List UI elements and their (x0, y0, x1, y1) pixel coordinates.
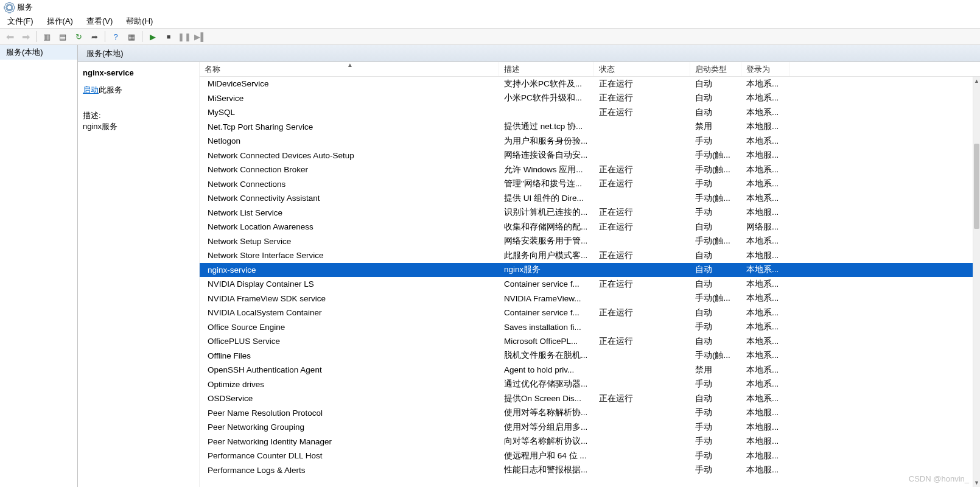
nav-forward-button[interactable]: ➡ (18, 30, 33, 43)
export-list-button[interactable]: ➦ (87, 30, 102, 43)
service-desc: Saves installation fi... (499, 323, 594, 332)
service-status: 正在运行 (594, 279, 690, 290)
service-name: Peer Networking Grouping (208, 422, 304, 432)
column-header-desc[interactable]: 描述 (499, 62, 594, 76)
table-row[interactable]: Network Connectivity Assistant提供 UI 组件的 … (200, 191, 980, 206)
service-name: Network Location Awareness (208, 222, 313, 231)
column-header-status[interactable]: 状态 (594, 62, 690, 76)
service-name: Network List Service (208, 208, 282, 217)
table-row[interactable]: Office Source EngineSaves installation f… (200, 320, 980, 335)
table-row[interactable]: Network Store Interface Service此服务向用户模式客… (200, 248, 980, 263)
service-startup: 手动(触... (690, 193, 741, 204)
menu-view[interactable]: 查看(V) (84, 15, 115, 28)
tree-root-services-local[interactable]: 服务(本地) (0, 45, 77, 60)
table-row[interactable]: Netlogon为用户和服务身份验...手动本地系... (200, 134, 980, 149)
service-name: Network Store Interface Service (208, 251, 324, 260)
scroll-down-icon[interactable]: ▼ (973, 478, 980, 487)
table-row[interactable]: Net.Tcp Port Sharing Service提供通过 net.tcp… (200, 120, 980, 135)
column-header-startup[interactable]: 启动类型 (690, 62, 741, 76)
service-logon: 本地系... (741, 279, 790, 290)
service-desc: nginx服务 (499, 264, 594, 275)
table-row[interactable]: Peer Networking Identity Manager向对等名称解析协… (200, 435, 980, 449)
service-desc: Microsoft OfficePL... (499, 337, 594, 346)
service-startup: 手动(触... (690, 350, 741, 361)
help-icon: ? (113, 32, 117, 41)
table-row[interactable]: Network Location Awareness收集和存储网络的配...正在… (200, 220, 980, 234)
nav-back-button[interactable]: ⬅ (2, 30, 17, 43)
table-row[interactable]: OSDService提供On Screen Dis...正在运行自动本地系... (200, 391, 980, 406)
service-startup: 自动 (690, 93, 741, 103)
service-desc: 使远程用户和 64 位 ... (499, 450, 594, 461)
service-desc: 使用对等分组启用多... (499, 422, 594, 433)
menu-file[interactable]: 文件(F) (5, 15, 36, 28)
table-row[interactable]: nginx-servicenginx服务自动本地系... (200, 263, 980, 278)
table-row[interactable]: MiService小米PC软件升级和...正在运行自动本地系... (200, 91, 980, 106)
service-name: OpenSSH Authentication Agent (208, 365, 322, 374)
service-desc: 为用户和服务身份验... (499, 136, 594, 147)
pause-service-button[interactable]: ❚❚ (177, 30, 192, 43)
service-status: 正在运行 (594, 393, 690, 404)
service-name: NVIDIA Display Container LS (208, 279, 314, 289)
scroll-up-icon[interactable]: ▲ (973, 77, 980, 85)
table-row[interactable]: Performance Counter DLL Host使远程用户和 64 位 … (200, 449, 980, 463)
service-name: Offline Files (208, 351, 251, 360)
sheet-button[interactable]: ▦ (124, 30, 139, 43)
table-row[interactable]: Network Connection Broker允许 Windows 应用..… (200, 163, 980, 177)
service-startup: 手动 (690, 436, 741, 447)
table-row[interactable]: NVIDIA FrameView SDK serviceNVIDIA Frame… (200, 292, 980, 306)
service-startup: 手动 (690, 464, 741, 475)
table-row[interactable]: Network Setup Service网络安装服务用于管...手动(触...… (200, 234, 980, 249)
restart-service-button[interactable]: ▶▌ (193, 30, 208, 43)
table-row[interactable]: NVIDIA LocalSystem ContainerContainer se… (200, 306, 980, 320)
table-row[interactable]: Peer Networking Grouping使用对等分组启用多...手动本地… (200, 420, 980, 435)
refresh-button[interactable]: ↻ (71, 30, 86, 43)
table-row[interactable]: Performance Logs & Alerts性能日志和警报根据...手动本… (200, 463, 980, 478)
table-row[interactable]: Optimize drives通过优化存储驱动器...手动本地系... (200, 377, 980, 392)
service-startup: 自动 (690, 393, 741, 404)
service-logon: 本地系... (741, 307, 790, 318)
service-logon: 本地服... (741, 407, 790, 418)
table-row[interactable]: MiDeviceService支持小米PC软件及...正在运行自动本地系... (200, 77, 980, 91)
service-desc: 提供 UI 组件的 Dire... (499, 193, 594, 204)
restart-icon: ▶▌ (194, 32, 206, 41)
description-label: 描述: (83, 110, 193, 121)
table-row[interactable]: Offline Files脱机文件服务在脱机...手动(触...本地系... (200, 349, 980, 363)
start-service-link[interactable]: 启动 (83, 85, 99, 94)
service-desc: 性能日志和警报根据... (499, 464, 594, 475)
stop-service-button[interactable]: ■ (161, 30, 176, 43)
properties-button[interactable]: ▤ (55, 30, 70, 43)
toolbar-separator (142, 31, 142, 42)
start-service-button[interactable]: ▶ (145, 30, 160, 43)
service-logon: 本地系... (741, 379, 790, 390)
show-hide-tree-button[interactable]: ▥ (40, 30, 54, 43)
stop-icon: ■ (167, 33, 171, 40)
service-status: 正在运行 (594, 164, 690, 175)
table-row[interactable]: MySQL正在运行自动本地系... (200, 105, 980, 120)
tree-pane: 服务(本地) (0, 45, 78, 487)
table-row[interactable]: OfficePLUS ServiceMicrosoft OfficePL...正… (200, 334, 980, 349)
service-name: OSDService (208, 394, 253, 403)
service-name: Performance Counter DLL Host (208, 451, 323, 460)
table-row[interactable]: NVIDIA Display Container LSContainer ser… (200, 277, 980, 292)
service-startup: 手动(触... (690, 164, 741, 175)
service-startup: 禁用 (690, 365, 741, 376)
service-name: nginx-service (208, 265, 256, 275)
table-row[interactable]: Network Connections管理"网络和拨号连...正在运行手动本地系… (200, 177, 980, 192)
table-row[interactable]: Peer Name Resolution Protocol使用对等名称解析协..… (200, 406, 980, 421)
service-startup: 手动 (690, 207, 741, 218)
service-name: Office Source Engine (208, 323, 285, 332)
menu-help[interactable]: 帮助(H) (124, 15, 155, 28)
column-header-logon[interactable]: 登录为 (741, 62, 790, 76)
help-button[interactable]: ? (108, 30, 123, 43)
service-startup: 手动(触... (690, 150, 741, 161)
menu-action[interactable]: 操作(A) (44, 15, 75, 28)
table-row[interactable]: OpenSSH Authentication AgentAgent to hol… (200, 363, 980, 377)
service-desc: 允许 Windows 应用... (499, 164, 594, 175)
vertical-scrollbar[interactable]: ▲ ▼ (973, 77, 980, 487)
scroll-thumb[interactable] (974, 144, 979, 229)
table-row[interactable]: Network Connected Devices Auto-Setup网络连接… (200, 149, 980, 163)
table-row[interactable]: Network List Service识别计算机已连接的...正在运行手动本地… (200, 206, 980, 220)
service-status: 正在运行 (594, 178, 690, 189)
sheet-icon: ▦ (128, 32, 135, 41)
service-startup: 手动 (690, 178, 741, 189)
